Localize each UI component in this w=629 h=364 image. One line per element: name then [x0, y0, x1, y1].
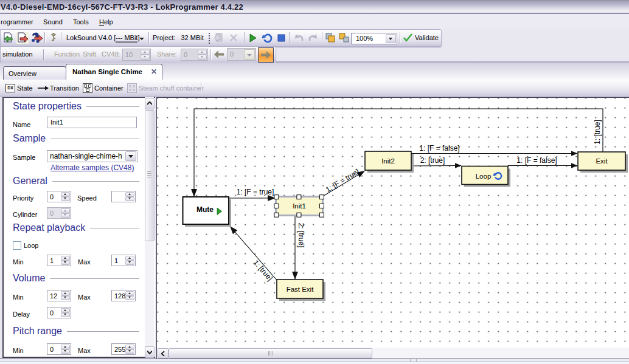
svg-text:1: [F = false]: 1: [F = false]: [419, 144, 459, 153]
svg-text:Init1: Init1: [293, 202, 306, 210]
svg-text:Init2: Init2: [381, 157, 395, 165]
svg-text:Mute: Mute: [196, 205, 214, 214]
svg-text:Exit: Exit: [596, 157, 608, 165]
svg-text:1: [F = false]: 1: [F = false]: [516, 156, 557, 165]
svg-text:1: [F = true]: 1: [F = true]: [237, 188, 274, 196]
svg-text:Fast Exit: Fast Exit: [287, 286, 314, 293]
svg-text:Loop: Loop: [476, 173, 492, 180]
svg-text:2: [true]: 2: [true]: [297, 223, 305, 248]
svg-text:2: [true]: 2: [true]: [420, 156, 445, 165]
svg-text:1: [true]: 1: [true]: [593, 120, 602, 145]
